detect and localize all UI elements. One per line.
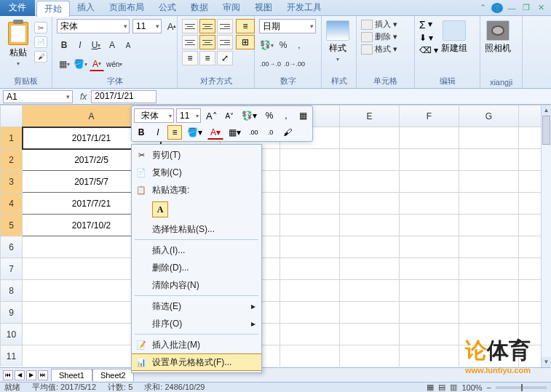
mini-align-center-icon[interactable]: ≡: [167, 125, 182, 140]
view-layout-icon[interactable]: ▤: [438, 383, 445, 392]
ctx-cut[interactable]: ✂剪切(T): [132, 146, 261, 164]
name-box[interactable]: A1: [3, 90, 73, 103]
scroll-up-icon[interactable]: ▲: [542, 105, 551, 116]
align-top-icon[interactable]: [182, 19, 198, 33]
tab-formulas[interactable]: 公式: [151, 1, 183, 14]
dec-decimal-icon[interactable]: .0→.00: [283, 57, 306, 71]
mini-grow-icon[interactable]: A˄: [203, 108, 220, 123]
fill-icon[interactable]: ⬇ ▾: [419, 33, 438, 43]
indent-inc-icon[interactable]: ≡: [199, 51, 215, 65]
grow-font-icon[interactable]: A▴: [164, 19, 179, 33]
autosum-icon[interactable]: Σ▾: [419, 19, 438, 31]
mini-italic-button[interactable]: I: [151, 125, 165, 140]
delete-cells-button[interactable]: 删除 ▾: [361, 31, 397, 42]
new-group-button[interactable]: 新建组: [441, 19, 467, 55]
ctx-insert[interactable]: 插入(I)...: [132, 241, 261, 259]
row-header[interactable]: 2: [1, 149, 23, 171]
align-bottom-icon[interactable]: [217, 19, 233, 33]
tab-view[interactable]: 视图: [247, 1, 280, 14]
file-menu[interactable]: 文件: [0, 0, 35, 16]
mini-percent-icon[interactable]: %: [262, 108, 277, 123]
format-painter-icon[interactable]: [34, 51, 47, 63]
ctx-clear[interactable]: 清除内容(N): [132, 276, 261, 294]
tab-nav-first-icon[interactable]: ⏮: [3, 370, 13, 380]
mini-size-combo[interactable]: 11: [176, 108, 201, 123]
cell-styles-button[interactable]: 样式 ▾: [326, 19, 349, 63]
win-close-icon[interactable]: ✕: [535, 3, 547, 13]
comma-button[interactable]: ,: [292, 38, 306, 52]
cut-icon[interactable]: [34, 22, 47, 33]
indent-dec-icon[interactable]: ≡: [182, 51, 198, 65]
row-header[interactable]: 6: [1, 236, 23, 258]
ctx-sort[interactable]: 排序(O): [132, 315, 261, 332]
spreadsheet-grid[interactable]: A B C D E F G H 12017/1/21 22017/2/5 320…: [0, 105, 551, 367]
scroll-thumb[interactable]: [542, 116, 550, 145]
mini-fill-icon[interactable]: 🪣▾: [184, 125, 205, 140]
border-button[interactable]: ▦: [57, 57, 71, 71]
clear-icon[interactable]: ⌫ ▾: [419, 45, 438, 55]
tab-review[interactable]: 审阅: [215, 1, 247, 14]
ctx-paste-special[interactable]: 选择性粘贴(S)...: [132, 220, 261, 238]
grow-font-button[interactable]: A: [105, 38, 119, 52]
sheet-tab[interactable]: Sheet2: [92, 369, 134, 381]
percent-button[interactable]: %: [276, 38, 290, 52]
row-header[interactable]: 1: [1, 127, 23, 149]
formula-bar[interactable]: 2017/1/21: [91, 90, 156, 103]
merge-center-icon[interactable]: ⊞: [236, 35, 255, 49]
tab-nav-last-icon[interactable]: ⏭: [38, 370, 48, 380]
view-normal-icon[interactable]: ▦: [427, 383, 434, 392]
camera-button[interactable]: 照相机: [485, 19, 511, 55]
underline-button[interactable]: U: [89, 38, 103, 52]
col-header-G[interactable]: G: [459, 105, 519, 127]
row-header[interactable]: 4: [1, 193, 23, 215]
tab-layout[interactable]: 页面布局: [102, 1, 151, 14]
mini-accounting-icon[interactable]: 💱▾: [239, 108, 260, 123]
tab-data[interactable]: 数据: [183, 1, 215, 14]
col-header-F[interactable]: F: [400, 105, 459, 127]
vertical-scrollbar[interactable]: ▲ ▼: [541, 105, 551, 367]
row-header[interactable]: 5: [1, 215, 23, 236]
mini-shrink-icon[interactable]: A˅: [222, 108, 237, 123]
tab-home[interactable]: 开始: [36, 1, 70, 17]
mini-font-combo[interactable]: 宋体: [134, 108, 174, 123]
help-icon[interactable]: ?: [491, 3, 503, 13]
format-cells-button[interactable]: 格式 ▾: [361, 44, 397, 55]
mini-inc-dec-icon[interactable]: .00: [246, 125, 261, 140]
ctx-filter[interactable]: 筛选(E): [132, 297, 261, 315]
paste-button[interactable]: 粘贴 ▾: [4, 19, 31, 70]
font-size-combo[interactable]: 11: [132, 19, 162, 33]
italic-button[interactable]: I: [73, 38, 87, 52]
mini-border-icon[interactable]: ▦: [296, 108, 310, 123]
mini-comma-icon[interactable]: ,: [279, 108, 293, 123]
mini-border2-icon[interactable]: ▦▾: [226, 125, 244, 140]
align-right-icon[interactable]: [217, 35, 233, 49]
row-header[interactable]: 3: [1, 171, 23, 193]
mini-bold-button[interactable]: B: [134, 125, 148, 140]
shrink-font-button[interactable]: A: [121, 38, 135, 52]
fx-icon[interactable]: fx: [76, 92, 91, 102]
select-all-corner[interactable]: [1, 105, 23, 127]
align-center-icon[interactable]: [199, 35, 215, 49]
sheet-tab[interactable]: Sheet1: [51, 369, 92, 381]
view-break-icon[interactable]: ▥: [450, 383, 457, 392]
copy-icon[interactable]: [34, 36, 47, 48]
mini-dec-dec-icon[interactable]: .0: [263, 125, 278, 140]
align-middle-icon[interactable]: [199, 19, 215, 33]
fill-color-button[interactable]: 🪣: [73, 57, 88, 71]
font-name-combo[interactable]: 宋体: [57, 19, 130, 33]
row-header[interactable]: 8: [1, 280, 23, 302]
ctx-delete[interactable]: 删除(D)...: [132, 259, 261, 276]
align-left-icon[interactable]: [182, 35, 198, 49]
scroll-down-icon[interactable]: ▼: [542, 357, 551, 367]
row-header[interactable]: 7: [1, 258, 23, 280]
insert-cells-button[interactable]: 插入 ▾: [361, 19, 397, 30]
wrap-text-icon[interactable]: ≡: [236, 19, 255, 33]
col-header-E[interactable]: E: [340, 105, 400, 127]
inc-decimal-icon[interactable]: .00→.0: [259, 57, 282, 71]
row-header[interactable]: 9: [1, 302, 23, 324]
ctx-format-cells[interactable]: 📊设置单元格格式(F)...: [132, 353, 261, 371]
orientation-icon[interactable]: ⤢: [217, 51, 233, 65]
font-color-button[interactable]: A: [90, 57, 104, 71]
row-header[interactable]: 11: [1, 345, 23, 367]
ctx-copy[interactable]: 📄复制(C): [132, 164, 261, 181]
